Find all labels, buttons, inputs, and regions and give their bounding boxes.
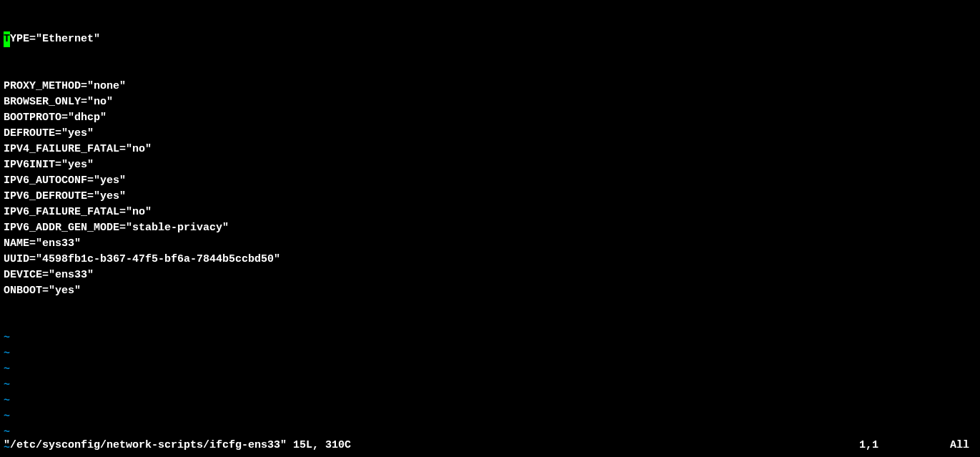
file-line[interactable]: UUID="4598fb1c-b367-47f5-bf6a-7844b5ccbd… xyxy=(0,252,980,267)
line-text: UUID="4598fb1c-b367-47f5-bf6a-7844b5ccbd… xyxy=(4,253,280,265)
file-line[interactable]: IPV6INIT="yes" xyxy=(0,157,980,173)
line-text: IPV6INIT="yes" xyxy=(4,159,94,171)
line-text: IPV6_ADDR_GEN_MODE="stable-privacy" xyxy=(4,222,229,234)
line-text: IPV6_AUTOCONF="yes" xyxy=(4,175,126,187)
file-line[interactable]: DEVICE="ens33" xyxy=(0,267,980,283)
file-line[interactable]: BOOTPROTO="dhcp" xyxy=(0,110,980,126)
empty-line-tilde: ~ xyxy=(0,378,980,393)
status-scroll-indicator: All xyxy=(950,438,976,453)
line-text: PROXY_METHOD="none" xyxy=(4,80,126,92)
file-line[interactable]: IPV6_DEFROUTE="yes" xyxy=(0,189,980,205)
line-text: ONBOOT="yes" xyxy=(4,285,81,297)
line-text: YPE="Ethernet" xyxy=(10,33,100,45)
empty-line-tilde: ~ xyxy=(0,330,980,346)
line-text: IPV6_DEFROUTE="yes" xyxy=(4,190,126,202)
line-text: IPV6_FAILURE_FATAL="no" xyxy=(4,206,152,218)
line-text: BOOTPROTO="dhcp" xyxy=(4,112,107,124)
file-line[interactable]: DEFROUTE="yes" xyxy=(0,126,980,142)
line-text: IPV4_FAILURE_FATAL="no" xyxy=(4,143,152,155)
line-text: DEFROUTE="yes" xyxy=(4,127,94,139)
file-line[interactable]: IPV4_FAILURE_FATAL="no" xyxy=(0,142,980,157)
editor-content-area[interactable]: TYPE="Ethernet" PROXY_METHOD="none"BROWS… xyxy=(0,0,980,457)
status-file-info: "/etc/sysconfig/network-scripts/ifcfg-en… xyxy=(4,438,351,453)
file-line[interactable]: ONBOOT="yes" xyxy=(0,283,980,299)
empty-line-tilde: ~ xyxy=(0,346,980,362)
empty-line-tilde: ~ xyxy=(0,362,980,378)
cursor: T xyxy=(4,31,10,47)
file-line[interactable]: BROWSER_ONLY="no" xyxy=(0,94,980,110)
line-text: BROWSER_ONLY="no" xyxy=(4,96,113,108)
empty-line-tilde: ~ xyxy=(0,393,980,409)
file-line[interactable]: IPV6_ADDR_GEN_MODE="stable-privacy" xyxy=(0,220,980,236)
status-spacer xyxy=(351,438,859,453)
vim-status-line: "/etc/sysconfig/network-scripts/ifcfg-en… xyxy=(4,438,976,453)
empty-line-tilde: ~ xyxy=(0,409,980,425)
status-cursor-position: 1,1 xyxy=(859,438,950,453)
file-line-first[interactable]: TYPE="Ethernet" xyxy=(0,31,980,47)
file-line[interactable]: IPV6_AUTOCONF="yes" xyxy=(0,173,980,189)
line-text: NAME="ens33" xyxy=(4,237,81,250)
line-text: DEVICE="ens33" xyxy=(4,269,94,281)
file-line[interactable]: PROXY_METHOD="none" xyxy=(0,79,980,94)
file-line[interactable]: NAME="ens33" xyxy=(0,236,980,252)
file-line[interactable]: IPV6_FAILURE_FATAL="no" xyxy=(0,205,980,220)
